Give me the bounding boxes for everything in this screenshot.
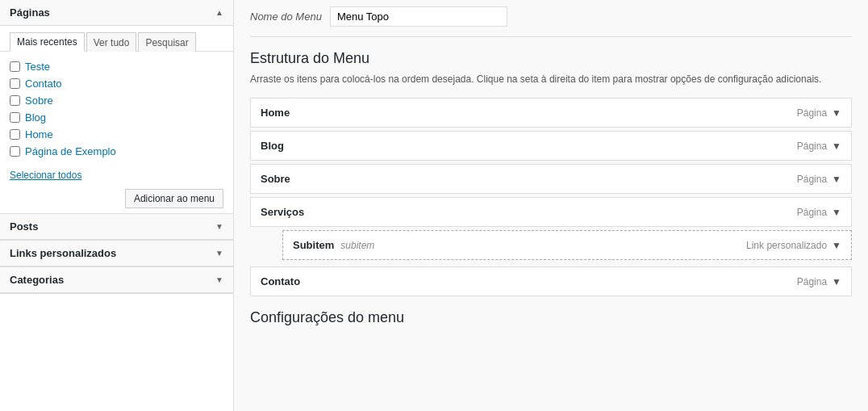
list-item: Página de Exemplo [10, 143, 223, 160]
links-chevron: ▼ [215, 249, 223, 258]
page-checkbox-home[interactable] [10, 129, 20, 140]
menu-item-sobre-right: Página ▼ [797, 174, 841, 185]
menu-item-blog-left: Blog [261, 140, 284, 152]
paginas-header[interactable]: Páginas ▲ [0, 0, 233, 26]
menu-item-subitem-type: Link personalizado [746, 240, 827, 251]
links-title: Links personalizados [10, 247, 116, 259]
menu-item-blog[interactable]: Blog Página ▼ [250, 131, 852, 161]
menu-items-list: Home Página ▼ Blog Página ▼ Sobre Página [250, 98, 852, 296]
menu-item-home-type: Página [797, 107, 827, 119]
paginas-chevron: ▲ [215, 8, 223, 17]
categorias-section: Categorias ▼ [0, 267, 233, 294]
menu-item-contato-label: Contato [261, 275, 300, 287]
menu-item-sobre-left: Sobre [261, 173, 290, 185]
menu-name-row: Nome do Menu [250, 0, 852, 37]
menu-item-sobre[interactable]: Sobre Página ▼ [250, 164, 852, 194]
menu-item-servicos[interactable]: Serviços Página ▼ [250, 197, 852, 227]
sidebar: Páginas ▲ Mais recentes Ver tudo Pesquis… [0, 0, 234, 411]
page-label-home[interactable]: Home [25, 128, 53, 140]
menu-item-servicos-left: Serviços [261, 206, 304, 218]
tab-pesquisar[interactable]: Pesquisar [138, 32, 195, 52]
list-item: Teste [10, 58, 223, 75]
menu-item-home-label: Home [261, 107, 290, 119]
paginas-title: Páginas [10, 6, 50, 19]
posts-title: Posts [10, 220, 38, 233]
menu-item-subitem-chevron[interactable]: ▼ [832, 240, 841, 251]
subitem-container: Subitem subitem Link personalizado ▼ [282, 230, 852, 260]
menu-item-blog-label: Blog [261, 140, 284, 152]
paginas-section: Páginas ▲ Mais recentes Ver tudo Pesquis… [0, 0, 233, 214]
links-header[interactable]: Links personalizados ▼ [0, 241, 233, 266]
add-to-menu-row: Adicionar ao menu [0, 184, 233, 213]
menu-item-blog-right: Página ▼ [797, 140, 841, 152]
posts-chevron: ▼ [215, 222, 223, 231]
configuracoes-section: Configurações do menu [250, 309, 852, 326]
menu-item-home[interactable]: Home Página ▼ [250, 98, 852, 128]
menu-item-servicos-chevron[interactable]: ▼ [832, 207, 841, 218]
tab-mais-recentes[interactable]: Mais recentes [10, 32, 85, 52]
posts-section: Posts ▼ [0, 214, 233, 241]
page-checkbox-teste[interactable] [10, 61, 20, 72]
list-item: Home [10, 126, 223, 143]
pages-list: Teste Contato Sobre Blog Home Página de … [0, 52, 233, 166]
menu-item-contato[interactable]: Contato Página ▼ [250, 266, 852, 296]
menu-item-contato-chevron[interactable]: ▼ [832, 276, 841, 287]
menu-item-servicos-label: Serviços [261, 206, 304, 218]
configuracoes-title: Configurações do menu [250, 309, 852, 326]
menu-item-home-chevron[interactable]: ▼ [832, 107, 841, 119]
select-all-link[interactable]: Selecionar todos [0, 166, 233, 184]
menu-item-contato-type: Página [797, 276, 827, 287]
menu-item-subitem-sublabel: subitem [340, 240, 374, 251]
categorias-title: Categorias [10, 274, 64, 286]
estrutura-title: Estrutura do Menu [250, 50, 852, 67]
categorias-chevron: ▼ [215, 275, 223, 284]
menu-item-subitem-left: Subitem subitem [293, 239, 374, 251]
page-checkbox-pagina-exemplo[interactable] [10, 146, 20, 157]
instructions: Arraste os itens para colocá-los na orde… [250, 73, 852, 85]
menu-name-input[interactable] [330, 6, 507, 27]
menu-name-label: Nome do Menu [250, 10, 322, 23]
tabs-row: Mais recentes Ver tudo Pesquisar [0, 26, 233, 52]
list-item: Sobre [10, 92, 223, 109]
page-label-blog[interactable]: Blog [25, 111, 46, 124]
list-item: Blog [10, 109, 223, 126]
menu-item-contato-left: Contato [261, 275, 300, 287]
menu-item-blog-type: Página [797, 140, 827, 152]
categorias-header[interactable]: Categorias ▼ [0, 267, 233, 293]
page-label-pagina-exemplo[interactable]: Página de Exemplo [25, 145, 116, 157]
menu-item-servicos-right: Página ▼ [797, 207, 841, 218]
posts-header[interactable]: Posts ▼ [0, 214, 233, 240]
menu-item-subitem-label: Subitem [293, 239, 334, 251]
menu-item-servicos-type: Página [797, 207, 827, 218]
menu-item-subitem[interactable]: Subitem subitem Link personalizado ▼ [283, 231, 851, 259]
page-checkbox-sobre[interactable] [10, 95, 20, 106]
menu-item-sobre-type: Página [797, 174, 827, 185]
page-checkbox-blog[interactable] [10, 112, 20, 123]
main-content: Nome do Menu Estrutura do Menu Arraste o… [234, 0, 868, 411]
add-to-menu-button[interactable]: Adicionar ao menu [125, 189, 223, 208]
page-label-teste[interactable]: Teste [25, 61, 50, 73]
menu-item-contato-right: Página ▼ [797, 276, 841, 287]
menu-item-sobre-chevron[interactable]: ▼ [832, 174, 841, 185]
tab-ver-tudo[interactable]: Ver tudo [86, 32, 137, 52]
page-label-contato[interactable]: Contato [25, 78, 62, 90]
menu-item-blog-chevron[interactable]: ▼ [832, 140, 841, 152]
servicos-group: Serviços Página ▼ Subitem subitem Link p… [250, 197, 852, 263]
menu-item-home-right: Página ▼ [797, 107, 841, 119]
links-section: Links personalizados ▼ [0, 241, 233, 267]
menu-item-subitem-right: Link personalizado ▼ [746, 240, 841, 251]
page-checkbox-contato[interactable] [10, 78, 20, 89]
list-item: Contato [10, 75, 223, 92]
menu-item-home-left: Home [261, 107, 290, 119]
menu-item-sobre-label: Sobre [261, 173, 290, 185]
page-label-sobre[interactable]: Sobre [25, 94, 53, 107]
